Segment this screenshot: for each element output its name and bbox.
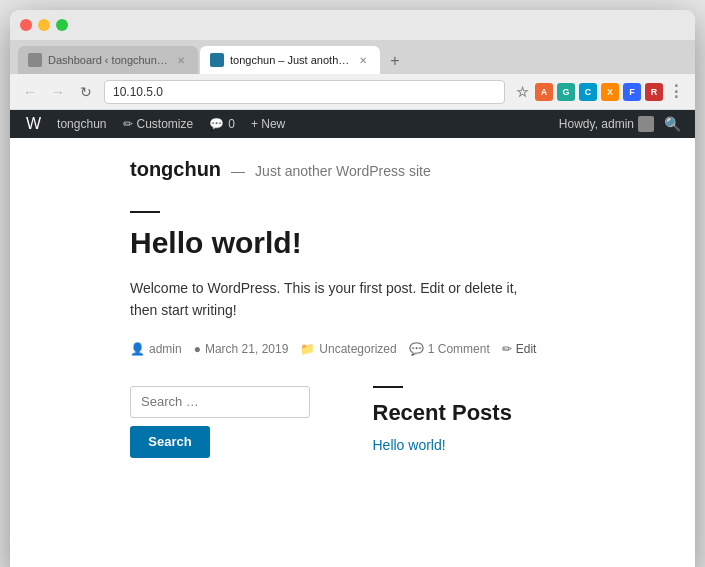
site-title-row: tongchun — Just another WordPress site: [130, 158, 575, 181]
recent-posts-rule: [373, 386, 403, 388]
tab-favicon-tongchun: [210, 53, 224, 67]
post-title: Hello world!: [130, 225, 575, 261]
admin-avatar[interactable]: [638, 116, 654, 132]
wp-new-content[interactable]: + New: [243, 110, 293, 138]
tab-close-tongchun[interactable]: ✕: [356, 53, 370, 67]
traffic-lights: [20, 19, 68, 31]
date-icon: ●: [194, 342, 201, 356]
forward-button[interactable]: →: [48, 82, 68, 102]
customize-icon: ✏: [123, 117, 133, 131]
site-name: tongchun: [130, 158, 221, 181]
ext-icon-4[interactable]: X: [601, 83, 619, 101]
meta-comments: 💬 1 Comment: [409, 342, 490, 356]
refresh-button[interactable]: ↻: [76, 82, 96, 102]
wp-admin-bar: W tongchun ✏ Customize 💬 0 + New Howdy, …: [10, 110, 695, 138]
content-area: tongchun — Just another WordPress site H…: [10, 138, 695, 567]
howdy-text: Howdy, admin: [559, 117, 634, 131]
meta-date: ● March 21, 2019: [194, 342, 289, 356]
address-input[interactable]: [104, 80, 505, 104]
post-area: Hello world! Welcome to WordPress. This …: [10, 191, 695, 366]
tab-tongchun[interactable]: tongchun – Just another Word… ✕: [200, 46, 380, 74]
title-bar: [10, 10, 695, 40]
close-button[interactable]: [20, 19, 32, 31]
recent-post-link-0[interactable]: Hello world!: [373, 437, 446, 453]
ext-icon-5[interactable]: F: [623, 83, 641, 101]
minimize-button[interactable]: [38, 19, 50, 31]
tab-title-dashboard: Dashboard ‹ tongchun — Wor…: [48, 54, 168, 66]
author-icon: 👤: [130, 342, 145, 356]
two-col-section: Search Recent Posts Hello world!: [10, 366, 695, 478]
search-button[interactable]: Search: [130, 426, 210, 458]
wp-admin-right: Howdy, admin 🔍: [559, 116, 687, 132]
recent-posts-title: Recent Posts: [373, 400, 576, 426]
search-input[interactable]: [130, 386, 310, 418]
meta-category: 📁 Uncategorized: [300, 342, 396, 356]
ext-icon-6[interactable]: R: [645, 83, 663, 101]
post-rule: [130, 211, 160, 213]
comments-count: 1 Comment: [428, 342, 490, 356]
tab-close-dashboard[interactable]: ✕: [174, 53, 188, 67]
ext-icon-3[interactable]: C: [579, 83, 597, 101]
post-date: March 21, 2019: [205, 342, 288, 356]
browser-icons: ☆ A G C X F R ⋮: [513, 83, 685, 101]
comment-bubble-icon: 💬: [209, 117, 224, 131]
edit-label[interactable]: Edit: [516, 342, 537, 356]
more-options-icon[interactable]: ⋮: [667, 83, 685, 101]
tab-dashboard[interactable]: Dashboard ‹ tongchun — Wor… ✕: [18, 46, 198, 74]
comments-icon: 💬: [409, 342, 424, 356]
tab-favicon-dashboard: [28, 53, 42, 67]
back-button[interactable]: ←: [20, 82, 40, 102]
category-icon: 📁: [300, 342, 315, 356]
recent-posts-widget: Recent Posts Hello world!: [373, 386, 576, 458]
tab-title-tongchun: tongchun – Just another Word…: [230, 54, 350, 66]
post-content: Welcome to WordPress. This is your first…: [130, 277, 575, 322]
wp-site-name[interactable]: tongchun: [49, 110, 114, 138]
wp-customize[interactable]: ✏ Customize: [115, 110, 202, 138]
tab-bar: Dashboard ‹ tongchun — Wor… ✕ tongchun –…: [10, 40, 695, 74]
ext-icon-2[interactable]: G: [557, 83, 575, 101]
bookmark-icon[interactable]: ☆: [513, 83, 531, 101]
ext-icon-1[interactable]: A: [535, 83, 553, 101]
address-bar: ← → ↻ ☆ A G C X F R ⋮: [10, 74, 695, 110]
site-separator: —: [231, 163, 245, 179]
browser-window: Dashboard ‹ tongchun — Wor… ✕ tongchun –…: [10, 10, 695, 567]
wp-logo-item[interactable]: W: [18, 110, 49, 138]
author-name: admin: [149, 342, 182, 356]
category-name: Uncategorized: [319, 342, 396, 356]
meta-edit[interactable]: ✏ Edit: [502, 342, 537, 356]
search-icon-adminbar[interactable]: 🔍: [658, 116, 687, 132]
search-widget: Search: [130, 386, 333, 458]
meta-author: 👤 admin: [130, 342, 182, 356]
site-header: tongchun — Just another WordPress site: [10, 138, 695, 191]
maximize-button[interactable]: [56, 19, 68, 31]
post-content-line1: Welcome to WordPress. This is your first…: [130, 280, 517, 296]
wp-comments[interactable]: 💬 0: [201, 110, 243, 138]
edit-pencil-icon: ✏: [502, 342, 512, 356]
new-tab-button[interactable]: +: [384, 50, 406, 72]
site-tagline: Just another WordPress site: [255, 163, 431, 179]
post-content-line2: then start writing!: [130, 302, 237, 318]
post-meta: 👤 admin ● March 21, 2019 📁 Uncategorized…: [130, 342, 575, 356]
